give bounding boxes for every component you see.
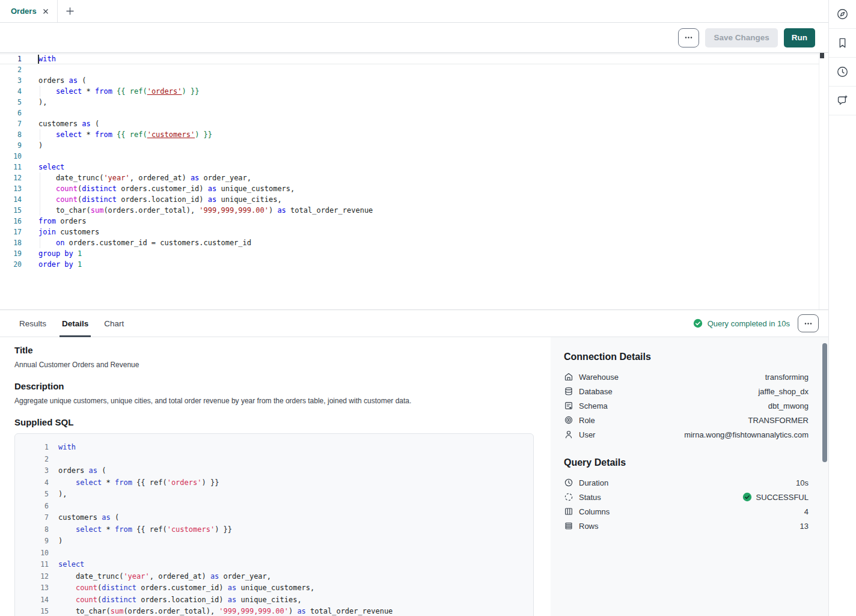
plus-icon xyxy=(66,7,75,16)
bookmark-icon xyxy=(836,37,849,49)
code-line: 11select xyxy=(0,162,828,172)
editor-overview-cursor-marker xyxy=(820,53,824,58)
duration-icon xyxy=(564,478,573,487)
line-number: 20 xyxy=(0,259,22,270)
code-line: 18 on orders.customer_id = customers.cus… xyxy=(0,237,828,248)
description-heading: Description xyxy=(14,381,536,391)
line-number: 13 xyxy=(0,183,22,194)
line-number: 15 xyxy=(25,606,49,616)
title-value: Annual Customer Orders and Revenue xyxy=(14,361,536,369)
code-line: 3orders as ( xyxy=(0,75,828,86)
user-icon xyxy=(564,430,573,439)
columns-icon xyxy=(564,507,573,516)
line-number: 8 xyxy=(0,129,22,140)
code-line: 2 xyxy=(0,64,828,75)
detail-row: RoleTRANSFORMER xyxy=(564,413,809,427)
line-number: 15 xyxy=(0,205,22,216)
save-changes-button[interactable]: Save Changes xyxy=(705,28,777,47)
line-number: 3 xyxy=(25,465,49,477)
description-value: Aggregate unique customers, unique citie… xyxy=(14,397,536,405)
line-number: 17 xyxy=(0,227,22,237)
detail-label: Role xyxy=(579,416,595,425)
history-rail-button[interactable] xyxy=(829,58,856,87)
line-number: 1 xyxy=(25,442,49,454)
detail-row: Rows13 xyxy=(564,519,809,533)
line-number: 12 xyxy=(0,172,22,183)
code-line: 20order by 1 xyxy=(0,259,828,270)
sql-editor[interactable]: 1with23orders as (4 select * from {{ ref… xyxy=(0,53,828,310)
code-line: 2 xyxy=(25,454,533,466)
detail-label: Duration xyxy=(579,478,608,487)
code-line: 14 count(distinct orders.location_id) as… xyxy=(0,194,828,205)
detail-value: 10s xyxy=(796,478,809,487)
line-number: 13 xyxy=(25,582,49,594)
detail-row: Duration10s xyxy=(564,475,809,490)
history-icon xyxy=(836,66,849,78)
line-number: 7 xyxy=(0,118,22,129)
line-number: 12 xyxy=(25,571,49,583)
line-number: 11 xyxy=(25,559,49,571)
compass-rail-button[interactable] xyxy=(829,0,856,29)
code-line: 9) xyxy=(0,140,828,151)
supplied-sql-lines: 1with23orders as (4 select * from {{ ref… xyxy=(25,442,533,616)
tab-label: Orders xyxy=(11,7,37,16)
line-number: 1 xyxy=(0,53,22,64)
main-column: Orders Save Changes Run 1with23orders xyxy=(0,0,828,616)
tab-orders[interactable]: Orders xyxy=(0,0,58,22)
details-scrollbar[interactable] xyxy=(822,343,827,462)
line-number: 2 xyxy=(25,454,49,466)
editor-code-lines: 1with23orders as (4 select * from {{ ref… xyxy=(0,53,828,270)
line-number: 6 xyxy=(25,501,49,513)
line-number: 11 xyxy=(0,162,22,172)
line-number: 10 xyxy=(25,547,49,560)
line-number: 8 xyxy=(25,524,49,536)
code-line: 10 xyxy=(25,547,533,560)
code-line: 5), xyxy=(25,489,533,501)
code-line: 12 date_trunc('year', ordered_at) as ord… xyxy=(0,172,828,183)
detail-value: TRANSFORMER xyxy=(748,416,809,425)
code-line: 7customers as ( xyxy=(0,118,828,129)
new-tab-button[interactable] xyxy=(58,0,83,22)
detail-value: 4 xyxy=(804,507,809,516)
tab-results[interactable]: Results xyxy=(18,310,47,337)
app-root: Orders Save Changes Run 1with23orders xyxy=(0,0,856,616)
supplied-sql-heading: Supplied SQL xyxy=(14,417,536,427)
result-panel-tabs: Results Details Chart Query completed in… xyxy=(0,310,828,337)
details-panel: Title Annual Customer Orders and Revenue… xyxy=(0,337,828,616)
tab-details[interactable]: Details xyxy=(61,310,90,337)
code-line: 14 count(distinct orders.location_id) as… xyxy=(25,594,533,606)
detail-label: Warehouse xyxy=(579,373,619,382)
close-icon[interactable] xyxy=(42,8,49,15)
code-line: 10 xyxy=(0,151,828,162)
line-number: 5 xyxy=(25,489,49,501)
run-button[interactable]: Run xyxy=(784,28,815,47)
panel-more-button[interactable] xyxy=(798,314,819,332)
detail-row: Schemadbt_mwong xyxy=(564,398,809,413)
detail-row: Columns4 xyxy=(564,504,809,519)
query-meta-section: Connection Details Warehousetransforming… xyxy=(551,337,828,616)
code-line: 19group by 1 xyxy=(0,248,828,259)
database-icon xyxy=(564,386,573,396)
query-status: Query completed in 10s xyxy=(693,319,790,328)
chat-plus-rail-button[interactable] xyxy=(829,87,856,115)
editor-toolbar: Save Changes Run xyxy=(0,23,828,53)
code-line: 6 xyxy=(25,501,533,513)
code-line: 6 xyxy=(0,108,828,118)
tab-chart[interactable]: Chart xyxy=(103,310,125,337)
line-number: 2 xyxy=(0,64,22,75)
code-line: 8 select * from {{ ref('customers') }} xyxy=(25,524,533,536)
bookmark-rail-button[interactable] xyxy=(829,29,856,58)
title-heading: Title xyxy=(14,345,536,355)
editor-more-button[interactable] xyxy=(678,28,699,47)
code-line: 11select xyxy=(25,559,533,571)
chat-plus-icon xyxy=(836,94,849,107)
rows-icon xyxy=(564,521,573,531)
code-line: 3orders as ( xyxy=(25,465,533,477)
code-line: 16from orders xyxy=(0,216,828,227)
supplied-sql-block: 1with23orders as (4 select * from {{ ref… xyxy=(14,433,534,616)
detail-label: Rows xyxy=(579,522,599,531)
detail-row: Databasejaffle_shop_dx xyxy=(564,384,809,398)
code-line: 15 to_char(sum(orders.order_total), '999… xyxy=(0,205,828,216)
line-number: 19 xyxy=(0,248,22,259)
line-number: 16 xyxy=(0,216,22,227)
